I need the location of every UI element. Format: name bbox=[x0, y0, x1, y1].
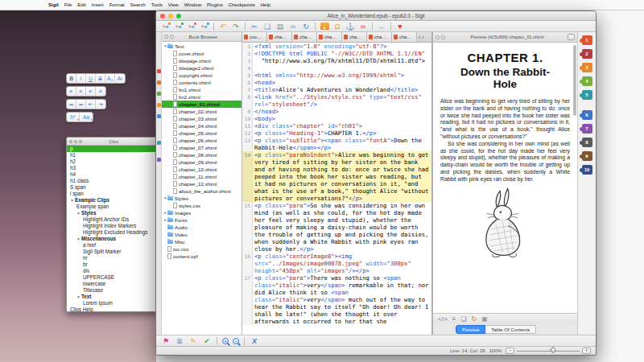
tree-item-chapter_09-xhtml[interactable]: chapter_09.xhtml bbox=[162, 158, 242, 166]
tree-item-fonts[interactable]: ►Fonts bbox=[162, 216, 242, 224]
undo-icon[interactable]: ↶ bbox=[218, 22, 228, 31]
back-icon[interactable]: ← bbox=[377, 22, 386, 31]
clip-item[interactable]: h2 bbox=[67, 158, 157, 165]
anchor-icon[interactable]: ⚓ bbox=[345, 22, 355, 31]
preview-scrollbar[interactable] bbox=[573, 45, 576, 116]
code-line[interactable]: 9</head> bbox=[242, 108, 431, 115]
clip-item[interactable]: h1 bbox=[67, 152, 157, 158]
plugin-icon-6[interactable]: 6 bbox=[582, 110, 592, 120]
mend-icon[interactable]: ↻ bbox=[301, 22, 311, 31]
code-text[interactable]: <p class="para">There was nothing so <sp… bbox=[253, 274, 431, 325]
editor-tab[interactable]: cha... bbox=[342, 32, 367, 42]
heading-style-button[interactable]: h*▾ bbox=[67, 113, 80, 121]
clip-item[interactable]: div bbox=[67, 268, 157, 274]
align-right-button[interactable]: ≡ bbox=[86, 87, 96, 96]
tree-item-chapter_11-xhtml[interactable]: chapter_11.xhtml bbox=[162, 173, 242, 180]
clips-palette-header[interactable]: Clips bbox=[67, 138, 157, 146]
disclosure-triangle-icon[interactable]: ▼ bbox=[76, 211, 80, 216]
left-strip-plugin-icon[interactable] bbox=[157, 158, 161, 162]
palette-close-icon[interactable] bbox=[69, 140, 72, 143]
add-file-icon[interactable]: ↪ bbox=[174, 22, 184, 31]
disclosure-triangle-icon[interactable]: ▼ bbox=[76, 294, 80, 299]
tree-item-fm1-xhtml[interactable]: fm1.xhtml bbox=[162, 86, 242, 93]
cut-icon[interactable]: ✂ bbox=[250, 22, 259, 31]
code-line[interactable]: 5<html xmlns="http://www.w3.org/1999/xht… bbox=[242, 72, 431, 79]
panel-close-icon[interactable] bbox=[441, 35, 445, 39]
redo-icon[interactable]: ↷ bbox=[231, 22, 241, 31]
code-text[interactable]: <!DOCTYPE html PUBLIC "-//W3C//DTD XHTML… bbox=[253, 50, 431, 57]
code-text[interactable]: <title>Alice's Adventures in Wonderland<… bbox=[253, 86, 431, 93]
zoom-in-icon[interactable]: + bbox=[222, 338, 229, 344]
plugin-icon-4[interactable]: 4 bbox=[582, 76, 592, 86]
align-left-button[interactable]: ≡ bbox=[67, 87, 76, 96]
left-strip-plugin-icon[interactable] bbox=[157, 141, 161, 145]
refresh-icon[interactable]: ↻ bbox=[471, 315, 477, 323]
align-center-button[interactable]: ≡ bbox=[76, 87, 86, 96]
inspect-icon[interactable]: </> bbox=[438, 315, 448, 323]
donate-heart-icon[interactable]: ♥ bbox=[395, 22, 405, 31]
plugin-icon-8[interactable]: 8 bbox=[582, 138, 592, 147]
plugin-icon-9[interactable]: 9 bbox=[582, 151, 592, 161]
zoom-slider-thumb[interactable] bbox=[550, 347, 556, 353]
panel-menu-icon[interactable] bbox=[568, 34, 575, 40]
insert-link-icon[interactable]: ∞ bbox=[358, 22, 368, 31]
code-text[interactable]: <p class="para">So she was considering i… bbox=[253, 202, 431, 253]
palette-zoom-icon[interactable] bbox=[79, 140, 82, 143]
disclosure-triangle-icon[interactable]: ▼ bbox=[70, 198, 74, 203]
clip-item[interactable]: ▼Styles bbox=[67, 210, 157, 216]
wellformed-check-icon[interactable]: X bbox=[250, 336, 259, 346]
copy-icon[interactable]: ❏ bbox=[262, 22, 272, 31]
spellcheck-icon[interactable]: ✔ bbox=[202, 336, 212, 346]
plugin-icon-2[interactable]: 2 bbox=[582, 49, 592, 59]
tree-item-cover-xhtml[interactable]: cover.xhtml bbox=[162, 50, 242, 57]
left-strip-plugin-icon[interactable] bbox=[157, 92, 161, 96]
zoom-slider-track[interactable] bbox=[517, 351, 580, 352]
menu-item-insert[interactable]: Insert bbox=[92, 2, 104, 7]
tree-item-chapter_02-xhtml[interactable]: chapter_02.xhtml bbox=[162, 108, 242, 115]
tree-item-chapter_01-xhtml[interactable]: chapter_01.xhtml bbox=[162, 101, 242, 108]
copy-page-icon[interactable]: ❏ bbox=[460, 315, 466, 323]
superscript-button[interactable]: A² bbox=[115, 74, 125, 83]
palette-minimize-icon[interactable] bbox=[74, 140, 77, 143]
editor-tab[interactable]: cha... bbox=[317, 32, 342, 42]
clip-item[interactable]: Sigil Split Marker bbox=[67, 249, 157, 255]
menu-item-edit[interactable]: Edit bbox=[77, 2, 85, 7]
clip-item[interactable]: UPPERCASE bbox=[67, 274, 157, 281]
panel-float-icon[interactable] bbox=[164, 35, 168, 39]
code-line[interactable]: 7<title>Alice's Adventures in Wonderland… bbox=[242, 86, 431, 93]
menu-item-window[interactable]: Window bbox=[184, 2, 201, 7]
clip-item[interactable]: Titlecase bbox=[67, 287, 157, 294]
code-line[interactable]: 15<p class="para">So she was considering… bbox=[242, 202, 431, 253]
menu-item-checkpoints[interactable]: Checkpoints bbox=[229, 2, 255, 7]
menu-item-tools[interactable]: Tools bbox=[151, 2, 163, 7]
code-text[interactable]: <p class="subTitle"><span class="fontA">… bbox=[253, 137, 431, 151]
code-text[interactable]: <html xmlns="http://www.w3.org/1999/xhtm… bbox=[253, 72, 431, 79]
code-line[interactable]: 4 bbox=[242, 64, 431, 72]
left-strip-plugin-icon[interactable] bbox=[157, 80, 161, 84]
tab-scroll-right-icon[interactable]: › bbox=[422, 35, 423, 40]
underline-button[interactable]: U bbox=[86, 74, 96, 83]
tree-item-chapter_12-xhtml[interactable]: chapter_12.xhtml bbox=[162, 180, 242, 187]
numbered-list-button[interactable]: ≕ bbox=[76, 100, 86, 109]
tab-scroll-left-icon[interactable]: ‹ bbox=[419, 35, 420, 40]
tree-item-copyright-xhtml[interactable]: copyright.xhtml bbox=[162, 72, 242, 79]
zoom-out-icon[interactable]: − bbox=[233, 338, 239, 344]
clip-item[interactable]: ▼Text bbox=[67, 294, 157, 300]
tree-item-chapter_03-xhtml[interactable]: chapter_03.xhtml bbox=[162, 115, 242, 122]
bookmark-icon[interactable]: ⚑ bbox=[161, 336, 171, 346]
line-numbers-icon[interactable]: ≣ bbox=[175, 336, 184, 346]
clip-item[interactable]: Highlight Index Markers bbox=[67, 223, 157, 229]
tree-item-fm2-xhtml[interactable]: fm2.xhtml bbox=[162, 93, 242, 101]
tree-item-titlepage2-xhtml[interactable]: titlepage2.xhtml bbox=[162, 64, 242, 72]
code-line[interactable]: 12<p class="Heading-1">CHAPTER 1.</p> bbox=[242, 130, 431, 137]
tree-item-styles-css[interactable]: styles.css bbox=[162, 202, 242, 209]
tree-item-chapter_05-xhtml[interactable]: chapter_05.xhtml bbox=[162, 130, 242, 137]
tree-item-toc-ncx[interactable]: toc.ncx bbox=[162, 245, 242, 253]
code-line[interactable]: 13<p class="subTitle"><span class="fontA… bbox=[242, 137, 431, 151]
left-strip-plugin-icon[interactable] bbox=[157, 114, 161, 118]
tree-item-audio[interactable]: Audio bbox=[162, 224, 242, 231]
disclosure-triangle-icon[interactable]: ▼ bbox=[76, 237, 80, 241]
paste-icon[interactable]: ▤ bbox=[275, 22, 285, 31]
code-text[interactable]: <head> bbox=[253, 79, 431, 86]
link-chain-icon[interactable]: ∞ bbox=[288, 22, 298, 31]
